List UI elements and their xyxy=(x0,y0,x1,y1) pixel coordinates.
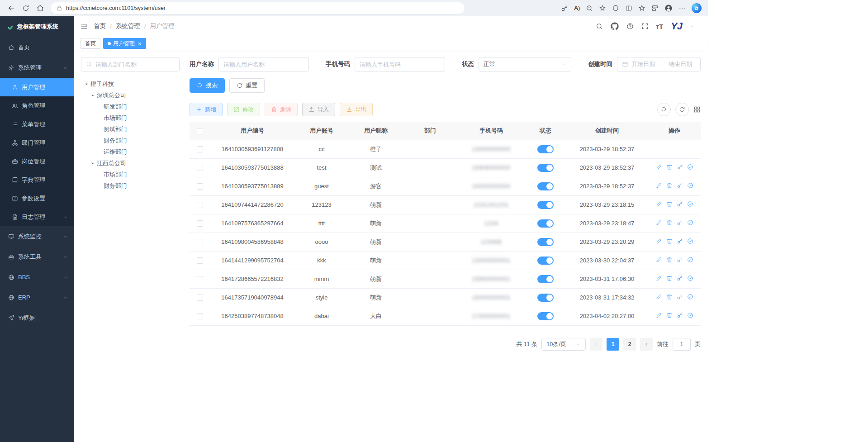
reset-password-button[interactable] xyxy=(677,238,683,244)
row-checkbox[interactable] xyxy=(197,257,203,264)
sidebar-item-dept[interactable]: 部门管理 xyxy=(0,133,74,152)
sidebar-item-role[interactable]: 角色管理 xyxy=(0,96,74,115)
delete-user-button[interactable]: 删除 xyxy=(265,103,298,116)
sidebar-collapse-button[interactable] xyxy=(80,22,88,30)
tree-node[interactable]: 市场部门 xyxy=(81,112,180,124)
add-favorite-button[interactable] xyxy=(599,5,606,12)
collections-button[interactable] xyxy=(651,5,659,12)
edit-user-button[interactable] xyxy=(656,182,662,189)
status-toggle[interactable] xyxy=(537,201,554,209)
assign-role-button[interactable] xyxy=(687,257,693,263)
next-page-button[interactable] xyxy=(640,338,653,351)
sidebar-item-user[interactable]: 用户管理 xyxy=(0,78,74,96)
reset-password-button[interactable] xyxy=(677,294,683,300)
chevron-down-icon[interactable] xyxy=(690,24,694,29)
sidebar-item-config[interactable]: 参数设置 xyxy=(0,189,74,208)
sidebar-item-bbs[interactable]: BBS xyxy=(0,267,74,287)
reset-password-button[interactable] xyxy=(677,275,683,281)
delete-user-button[interactable] xyxy=(666,238,673,244)
tree-node[interactable]: 江西总公司 xyxy=(81,157,180,169)
split-screen-button[interactable] xyxy=(625,5,632,12)
column-settings-button[interactable] xyxy=(693,106,701,113)
edit-user-button[interactable] xyxy=(656,294,662,300)
assign-role-button[interactable] xyxy=(687,164,693,170)
breadcrumb-item-home[interactable]: 首页 xyxy=(94,22,106,30)
tree-node[interactable]: 研发部门 xyxy=(81,101,180,112)
assign-role-button[interactable] xyxy=(687,219,693,226)
toggle-search-button[interactable] xyxy=(657,103,671,116)
prev-page-button[interactable] xyxy=(590,338,602,351)
reset-password-button[interactable] xyxy=(677,257,683,263)
username-input[interactable] xyxy=(223,61,304,68)
help-button[interactable] xyxy=(626,23,634,30)
edit-user-button[interactable] xyxy=(656,312,662,318)
search-button[interactable]: 搜索 xyxy=(190,78,225,93)
row-checkbox[interactable] xyxy=(197,295,203,301)
assign-role-button[interactable] xyxy=(687,182,693,189)
sidebar-item-monitor[interactable]: 系统监控 xyxy=(0,226,74,247)
row-checkbox[interactable] xyxy=(197,276,203,282)
sidebar-item-dict[interactable]: 字典管理 xyxy=(0,171,74,189)
breadcrumb-item-system[interactable]: 系统管理 xyxy=(116,22,140,30)
dept-search-input[interactable] xyxy=(95,61,175,68)
page-size-select[interactable]: 10条/页 xyxy=(541,338,586,351)
row-checkbox[interactable] xyxy=(197,165,203,171)
export-button[interactable]: 导出 xyxy=(340,103,373,116)
reset-password-button[interactable] xyxy=(677,164,683,170)
edit-user-button[interactable] xyxy=(656,275,662,281)
tree-node[interactable]: 运维部门 xyxy=(81,146,180,157)
font-size-button[interactable]: TT xyxy=(656,23,663,30)
profile-button[interactable] xyxy=(664,4,673,12)
delete-user-button[interactable] xyxy=(666,312,673,318)
delete-user-button[interactable] xyxy=(666,164,673,170)
favorites-bar-button[interactable] xyxy=(638,5,645,12)
row-checkbox[interactable] xyxy=(197,239,203,245)
address-bar[interactable]: https://ccnetcore.com:1101/system/user xyxy=(51,2,465,14)
tab-home[interactable]: 首页 xyxy=(81,38,100,49)
tree-node[interactable]: 市场部门 xyxy=(81,169,180,180)
status-toggle[interactable] xyxy=(537,275,554,283)
date-range-picker[interactable]: 开始日期 - 结束日期 xyxy=(617,57,701,71)
status-toggle[interactable] xyxy=(537,145,554,153)
username-input-box[interactable] xyxy=(218,57,309,71)
sidebar-item-post[interactable]: 岗位管理 xyxy=(0,152,74,171)
read-aloud-button[interactable]: A) xyxy=(574,5,580,11)
status-toggle[interactable] xyxy=(537,257,554,265)
sidebar-item-system[interactable]: 系统管理 xyxy=(0,57,74,78)
browser-home-button[interactable] xyxy=(33,2,47,14)
delete-user-button[interactable] xyxy=(666,182,673,189)
row-checkbox[interactable] xyxy=(197,202,203,208)
status-select[interactable]: 正常 xyxy=(479,57,571,71)
sidebar-item-home[interactable]: 首页 xyxy=(0,37,74,57)
add-user-button[interactable]: 新增 xyxy=(190,103,223,116)
reset-password-button[interactable] xyxy=(677,201,683,207)
assign-role-button[interactable] xyxy=(687,312,693,318)
status-toggle[interactable] xyxy=(537,164,554,172)
row-checkbox[interactable] xyxy=(197,146,203,152)
sidebar-item-erp[interactable]: ERP xyxy=(0,287,74,308)
select-all-checkbox[interactable] xyxy=(197,128,203,134)
sidebar-item-tool[interactable]: 系统工具 xyxy=(0,247,74,267)
sidebar-item-menu[interactable]: 菜单管理 xyxy=(0,115,74,133)
delete-user-button[interactable] xyxy=(666,294,673,300)
close-tab-icon[interactable]: × xyxy=(138,40,142,47)
edit-user-button[interactable]: 修改 xyxy=(227,103,260,116)
import-button[interactable]: 导入 xyxy=(302,103,335,116)
phone-input-box[interactable] xyxy=(355,57,445,71)
status-toggle[interactable] xyxy=(537,219,554,228)
row-checkbox[interactable] xyxy=(197,220,203,227)
edit-user-button[interactable] xyxy=(656,257,662,263)
assign-role-button[interactable] xyxy=(687,201,693,207)
password-key-button[interactable] xyxy=(561,5,568,12)
refresh-table-button[interactable] xyxy=(675,103,689,116)
row-checkbox[interactable] xyxy=(197,313,203,319)
phone-input[interactable] xyxy=(360,61,440,68)
sidebar-item-yi[interactable]: Yi框架 xyxy=(0,308,74,328)
assign-role-button[interactable] xyxy=(687,275,693,281)
reset-password-button[interactable] xyxy=(677,182,683,189)
row-checkbox[interactable] xyxy=(197,183,203,190)
zoom-button[interactable] xyxy=(586,5,593,12)
assign-role-button[interactable] xyxy=(687,294,693,300)
tree-node[interactable]: 财务部门 xyxy=(81,180,180,191)
reset-password-button[interactable] xyxy=(677,312,683,318)
